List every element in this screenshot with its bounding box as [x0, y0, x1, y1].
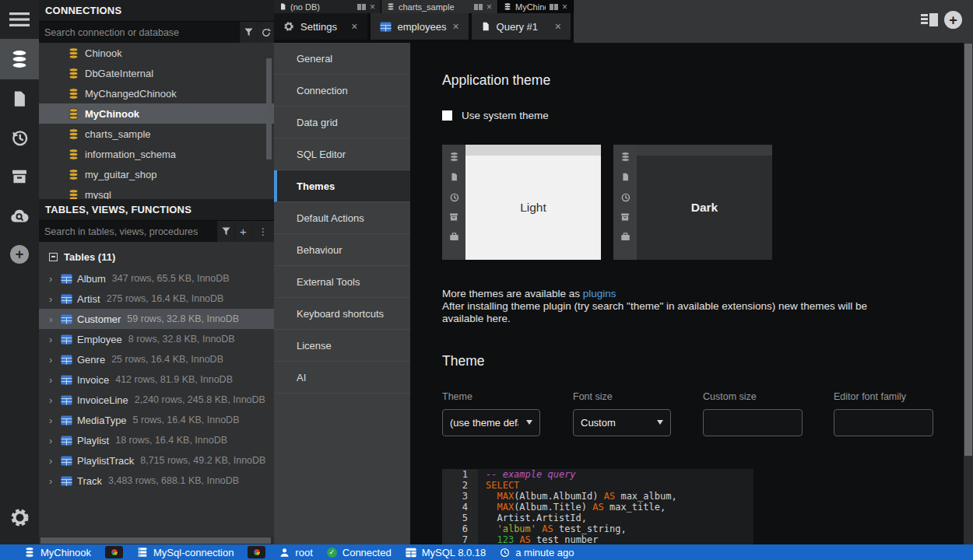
chevron-right-icon[interactable]: ›: [49, 334, 61, 345]
chevron-right-icon[interactable]: ›: [49, 313, 61, 325]
tables-search-input[interactable]: [39, 221, 217, 242]
table-row[interactable]: › Employee 8 rows, 32.8 KB, InnoDB: [39, 329, 274, 349]
editor-font-family-input[interactable]: [834, 409, 933, 436]
split-view-icon[interactable]: [474, 4, 483, 10]
table-icon: [380, 22, 392, 32]
tables-group-header[interactable]: Tables (11): [39, 245, 274, 268]
chevron-right-icon[interactable]: ›: [49, 394, 61, 406]
settings-menu-item[interactable]: License: [274, 330, 410, 362]
tables-menu-button[interactable]: ⋮: [252, 221, 274, 242]
tables-search-row: + ⋮: [39, 221, 274, 242]
connection-item[interactable]: DbGateInternal: [39, 63, 274, 83]
connections-refresh-button[interactable]: [258, 22, 274, 43]
connection-item[interactable]: charts_sample: [39, 124, 274, 144]
connections-search-input[interactable]: [39, 22, 240, 43]
close-icon[interactable]: ×: [452, 21, 458, 32]
chevron-right-icon[interactable]: ›: [49, 475, 61, 487]
split-view-icon[interactable]: [550, 4, 558, 10]
connection-item[interactable]: my_guitar_shop: [39, 164, 274, 184]
theme-preview-dark[interactable]: Dark: [613, 145, 772, 260]
table-icon: [61, 375, 72, 385]
table-row[interactable]: › Genre 25 rows, 16.4 KB, InnoDB: [39, 349, 274, 369]
tab-group-charts-sample[interactable]: charts_sample ×: [381, 0, 498, 13]
connection-item[interactable]: mysql: [39, 184, 274, 199]
table-row[interactable]: › MediaType 5 rows, 16.4 KB, InnoDB: [39, 410, 274, 430]
table-stats: 412 rows, 81.9 KB, InnoDB: [115, 374, 233, 385]
server-stack-icon: [137, 547, 148, 558]
status-connection[interactable]: MySql-connection: [137, 547, 234, 558]
table-icon: [61, 355, 72, 365]
table-row[interactable]: › Artist 275 rows, 16.4 KB, InnoDB: [39, 289, 274, 309]
settings-menu-item[interactable]: Default Actions: [274, 202, 410, 234]
close-icon[interactable]: ×: [370, 2, 375, 12]
chevron-right-icon[interactable]: ›: [49, 435, 61, 446]
page-title: Application theme: [442, 72, 964, 89]
add-connection-button[interactable]: +: [0, 235, 39, 274]
chevron-right-icon[interactable]: ›: [49, 455, 61, 467]
settings-menu-item[interactable]: External Tools: [274, 266, 410, 298]
tables-horizontal-scrollbar[interactable]: [39, 537, 274, 544]
tables-filter-button[interactable]: [218, 221, 234, 242]
sidebar-item-history[interactable]: [0, 118, 39, 157]
chevron-right-icon[interactable]: ›: [49, 273, 61, 285]
tab-settings[interactable]: Settings ×: [274, 13, 367, 40]
settings-menu-item[interactable]: Themes: [274, 170, 410, 202]
tables-add-button[interactable]: +: [235, 221, 251, 242]
table-row[interactable]: › Invoice 412 rows, 81.9 KB, InnoDB: [39, 369, 274, 390]
refresh-icon: [262, 28, 271, 37]
settings-menu-item[interactable]: General: [274, 43, 410, 75]
table-row[interactable]: › Playlist 18 rows, 16.4 KB, InnoDB: [39, 430, 274, 450]
hamburger-menu-button[interactable]: [0, 0, 39, 39]
sidebar-item-archive[interactable]: [0, 157, 39, 196]
chevron-right-icon[interactable]: ›: [49, 415, 61, 426]
add-tab-button[interactable]: +: [944, 11, 962, 29]
chevron-right-icon[interactable]: ›: [49, 354, 61, 366]
settings-menu-item[interactable]: Connection: [274, 75, 410, 107]
connections-filter-button[interactable]: [241, 22, 257, 43]
tab-group-mychinook[interactable]: MyChinook ×: [498, 0, 574, 13]
settings-menu-item[interactable]: SQL Editor: [274, 138, 410, 170]
settings-menu-item[interactable]: Keyboard shortcuts: [274, 298, 410, 330]
table-row[interactable]: › Customer 59 rows, 32.8 KB, InnoDB: [39, 309, 274, 329]
connection-item[interactable]: MyChangedChinook: [39, 83, 274, 103]
sidebar-item-files[interactable]: [0, 79, 39, 118]
connection-item[interactable]: information_schema: [39, 144, 274, 164]
custom-size-input[interactable]: [703, 409, 803, 436]
split-view-icon[interactable]: [357, 4, 366, 10]
table-row[interactable]: › PlaylistTrack 8,715 rows, 49.2 KB, Inn…: [39, 450, 274, 471]
plugins-link[interactable]: plugins: [583, 288, 616, 299]
chevron-right-icon[interactable]: ›: [49, 293, 61, 305]
content-scrollbar[interactable]: [964, 43, 973, 544]
settings-menu-item[interactable]: Behaviour: [274, 234, 410, 266]
close-icon[interactable]: ×: [351, 21, 357, 32]
chevron-right-icon[interactable]: ›: [49, 374, 61, 386]
settings-menu-item[interactable]: AI: [274, 362, 410, 394]
table-icon: [61, 436, 72, 446]
font-size-select[interactable]: Custom: [573, 409, 671, 436]
tab-query-1[interactable]: Query #1 ×: [472, 13, 571, 40]
close-icon[interactable]: ×: [555, 21, 561, 32]
sidebar-item-database[interactable]: [0, 39, 39, 79]
close-icon[interactable]: ×: [486, 2, 492, 12]
table-row[interactable]: › Album 347 rows, 65.5 KB, InnoDB: [39, 268, 274, 289]
connection-name: MyChangedChinook: [85, 88, 177, 100]
table-icon: [61, 395, 72, 405]
gear-icon: [283, 21, 294, 32]
theme-preview-light[interactable]: Light: [442, 145, 601, 260]
table-row[interactable]: › Track 3,483 rows, 688.1 KB, InnoDB: [39, 471, 274, 491]
settings-menu-item[interactable]: Data grid: [274, 107, 410, 138]
panel-layout-icon[interactable]: [921, 12, 940, 28]
status-database[interactable]: MyChinook: [24, 547, 91, 558]
connection-item[interactable]: Chinook: [39, 43, 274, 63]
connection-item[interactable]: MyChinook: [39, 103, 274, 124]
tab-employees[interactable]: employees ×: [371, 13, 469, 40]
settings-gear-button[interactable]: [0, 498, 39, 537]
theme-select[interactable]: (use theme default): [442, 409, 540, 436]
connections-scrollbar[interactable]: [266, 58, 272, 159]
close-icon[interactable]: ×: [562, 2, 567, 12]
sidebar-item-cloud-search[interactable]: [0, 196, 39, 235]
code-line: 3 MAX(Album.AlbumId) AS max_album,: [442, 491, 753, 502]
tab-group-no-db[interactable]: (no DB) ×: [274, 0, 381, 13]
use-system-theme-checkbox[interactable]: [442, 110, 452, 121]
table-row[interactable]: › InvoiceLine 2,240 rows, 245.8 KB, Inno…: [39, 390, 274, 410]
